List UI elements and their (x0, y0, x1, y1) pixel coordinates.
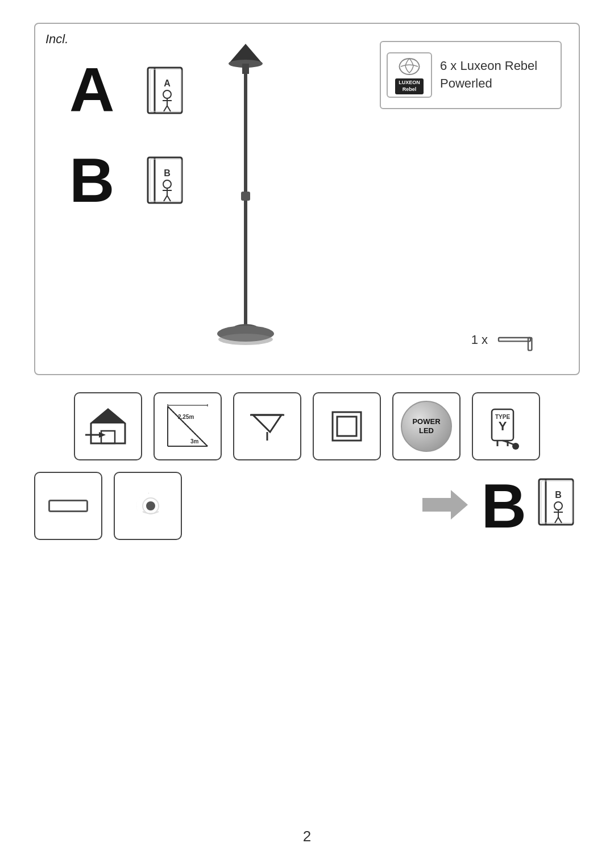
page-number-area: 2 (303, 794, 311, 857)
filter-icon-box (233, 392, 301, 460)
type-y-icon-box: TYPE Y (472, 392, 540, 460)
big-arrow-svg (417, 482, 474, 528)
double-insulation-icon-box (313, 392, 381, 460)
letter-a-label: A (69, 58, 114, 121)
svg-text:2.25m: 2.25m (178, 414, 194, 420)
dimmer-icon (48, 500, 88, 512)
luxeon-box: LUXEON Rebel 6 x Luxeon Rebel Powerled (380, 41, 562, 109)
type-y-icon: TYPE Y (480, 401, 532, 452)
svg-text:Y: Y (499, 419, 507, 433)
house-icon (85, 404, 131, 449)
svg-text:B: B (164, 168, 171, 178)
manual-icon-b: B (143, 155, 189, 214)
floor-lamp (211, 32, 280, 362)
power-led-icon-box: POWER LED (392, 392, 460, 460)
wrench-svg (493, 329, 545, 351)
manual-icon-a: A (143, 65, 189, 124)
svg-text:3m: 3m (190, 438, 199, 445)
svg-point-26 (218, 334, 273, 345)
svg-rect-9 (148, 157, 182, 203)
double-insulation-icon (327, 406, 367, 446)
svg-text:B: B (555, 490, 562, 500)
incl-label: Incl. (45, 32, 68, 47)
big-b-label: B (482, 475, 526, 537)
page-number: 2 (303, 828, 311, 845)
svg-rect-22 (241, 192, 250, 201)
measurement-icon-box: 2.25m 3m (154, 392, 222, 460)
luxeon-description: 6 x Luxeon Rebel Powerled (440, 57, 537, 93)
one-x-label: 1 x (471, 333, 488, 347)
bottom-right-group: B B (417, 475, 580, 537)
svg-marker-57 (422, 490, 468, 520)
measurement-icon: 2.25m 3m (162, 401, 213, 452)
power-led-text: POWER LED (412, 417, 440, 435)
icons-row-2: B B (34, 472, 580, 540)
svg-marker-44 (253, 415, 281, 432)
luxeon-brand-text: LUXEON Rebel (395, 78, 424, 94)
arrow-right-icon (417, 482, 474, 530)
manual-icon-b-bottom: B (534, 476, 580, 535)
svg-point-54 (512, 443, 519, 450)
svg-marker-30 (91, 409, 125, 423)
svg-rect-58 (539, 479, 573, 525)
svg-rect-48 (337, 417, 356, 436)
svg-point-56 (146, 501, 155, 510)
letter-b-label: B (69, 149, 114, 211)
power-led-badge: POWER LED (401, 401, 452, 452)
svg-rect-0 (148, 68, 182, 113)
svg-rect-20 (242, 64, 249, 74)
moon-icon (128, 486, 168, 526)
one-x-wrench: 1 x (471, 329, 545, 351)
icons-row-1: 2.25m 3m POWER LED (34, 392, 580, 460)
moon-icon-box (114, 472, 182, 540)
inclusion-box: Incl. A A B B (34, 23, 580, 375)
filter-icon (247, 406, 287, 446)
svg-text:A: A (164, 78, 171, 88)
indoor-icon-box (74, 392, 142, 460)
dimmer-icon-box (34, 472, 102, 540)
luxeon-logo: LUXEON Rebel (387, 52, 432, 98)
svg-rect-27 (499, 338, 530, 341)
